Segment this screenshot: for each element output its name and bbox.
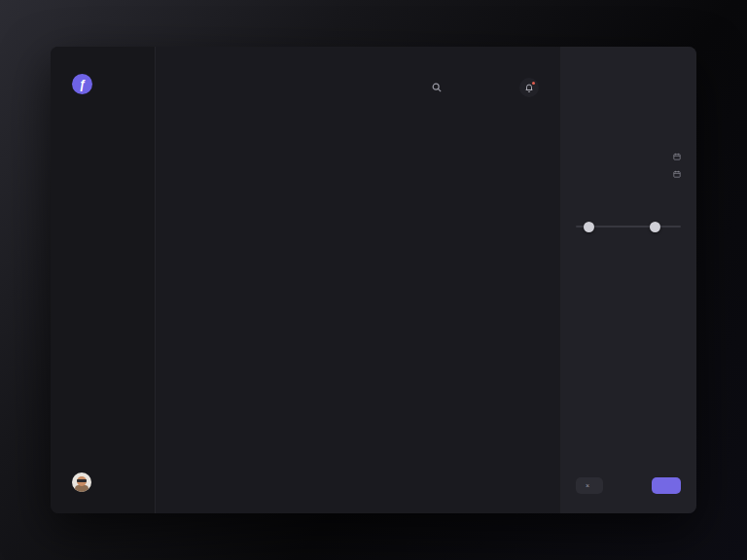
calendar-icon <box>673 153 681 160</box>
main-content <box>156 47 560 513</box>
page-header <box>179 72 539 97</box>
notification-dot <box>532 82 535 85</box>
slider-handle-min[interactable] <box>584 222 594 232</box>
sidebar: ƒ <box>51 47 156 513</box>
date-start-value[interactable] <box>668 153 681 160</box>
date-end-value[interactable] <box>668 170 681 178</box>
bar-chart <box>179 132 539 194</box>
brand-logo: ƒ <box>51 47 155 94</box>
search-box[interactable] <box>432 83 510 92</box>
close-icon: × <box>586 482 589 489</box>
clear-button[interactable]: × <box>576 477 603 494</box>
filter-button[interactable] <box>652 477 681 494</box>
user-profile[interactable] <box>72 472 98 492</box>
search-icon <box>432 83 442 92</box>
slider-handle-max[interactable] <box>650 222 660 232</box>
price-range-slider <box>576 201 681 236</box>
app-window: ƒ <box>51 47 696 513</box>
finesse-logo-icon: ƒ <box>72 74 92 94</box>
filters-panel: × <box>560 47 696 513</box>
calendar-icon <box>673 170 681 178</box>
notifications-button[interactable] <box>519 78 539 97</box>
search-input[interactable] <box>447 84 510 92</box>
avatar <box>72 472 91 492</box>
